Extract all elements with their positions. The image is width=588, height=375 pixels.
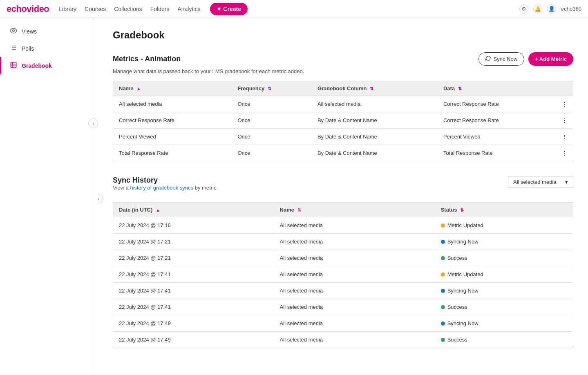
settings-icon[interactable]: ⚙ (519, 4, 528, 13)
sync-now-label: Sync Now (494, 56, 518, 62)
row-menu[interactable]: ⋮ (556, 129, 573, 145)
status-label: Success (447, 255, 467, 261)
status-label: Success (447, 304, 467, 310)
nav-collections[interactable]: Collections (114, 6, 142, 12)
sync-col-name[interactable]: Name ⇅ (274, 203, 435, 217)
sync-history-section: Sync History View a history of gradebook… (113, 176, 573, 348)
table-row: 22 July 2024 @ 17:49 All selected media … (113, 332, 573, 348)
status-dot (441, 256, 445, 260)
svg-point-0 (13, 30, 15, 32)
add-metric-button[interactable]: + Add Metric (528, 52, 573, 66)
metric-name: Total Response Rate (113, 145, 232, 161)
status-label: Metric Updated (447, 271, 483, 277)
metrics-col-name[interactable]: Name ▲ (113, 81, 232, 96)
table-row: 22 July 2024 @ 17:21 All selected media … (113, 234, 573, 250)
table-row: Correct Response Rate Once By Date & Con… (113, 112, 573, 129)
table-row: 22 July 2024 @ 17:41 All selected media … (113, 299, 573, 315)
status-dot (441, 338, 445, 342)
logo[interactable]: echovideo (7, 4, 49, 14)
sync-name: All selected media (274, 217, 435, 234)
filter-dropdown[interactable]: All selected media ▾ (508, 176, 573, 188)
row-menu[interactable]: ⋮ (556, 96, 573, 112)
top-navigation: echovideo Library Courses Collections Fo… (0, 0, 588, 18)
date-sort-icon: ▲ (156, 208, 160, 212)
metric-frequency: Once (232, 145, 311, 161)
sidebar-item-gradebook[interactable]: Gradebook (0, 57, 93, 74)
sync-desc-end: by metric. (193, 185, 218, 191)
metric-name: Percent Viewed (113, 129, 232, 145)
metric-gradebook-column: All selected media (312, 96, 438, 112)
table-row: 22 July 2024 @ 17:16 All selected media … (113, 217, 573, 234)
filter-dropdown-label: All selected media (513, 179, 557, 185)
metric-frequency: Once (232, 96, 311, 112)
sync-col-status[interactable]: Status ⇅ (435, 203, 573, 217)
metric-gradebook-column: By Date & Content Name (312, 112, 438, 129)
status-dot (441, 240, 445, 244)
sidebar: Views Polls Gradebook (0, 18, 93, 375)
sync-name: All selected media (274, 250, 435, 266)
name-sort-icon: ▲ (136, 86, 141, 91)
sidebar-item-polls[interactable]: Polls (0, 40, 93, 57)
sync-name: All selected media (274, 332, 435, 348)
sync-history-table: Date (in UTC) ▲ Name ⇅ Status ⇅ (113, 202, 573, 348)
row-menu[interactable]: ⋮ (556, 145, 573, 161)
sync-name: All selected media (274, 315, 435, 332)
gradebook-icon (9, 61, 18, 70)
table-row: Total Response Rate Once By Date & Conte… (113, 145, 573, 161)
nav-folders[interactable]: Folders (150, 6, 170, 12)
sync-desc-plain: View a (113, 185, 130, 191)
chevron-down-icon: ▾ (565, 179, 568, 185)
gradebook-col-sort-icon: ⇅ (370, 86, 373, 91)
status-dot (441, 305, 445, 309)
svg-rect-7 (11, 62, 16, 68)
sidebar-collapse-btn[interactable]: ‹ (98, 194, 103, 203)
sync-status: Success (435, 299, 573, 315)
sync-date: 22 July 2024 @ 17:49 (113, 315, 274, 332)
sync-desc-link[interactable]: history of gradebook syncs (130, 185, 193, 191)
sidebar-collapse-button[interactable]: ‹ (88, 118, 98, 128)
app-layout: Views Polls Gradebook ‹ ‹ Gradebook Metr… (0, 18, 588, 375)
sync-status: Metric Updated (435, 217, 573, 234)
sync-col-date[interactable]: Date (in UTC) ▲ (113, 203, 274, 217)
chevron-left-icon: ‹ (92, 121, 94, 126)
table-row: 22 July 2024 @ 17:41 All selected media … (113, 283, 573, 299)
sidebar-polls-label: Polls (22, 45, 34, 52)
sync-status: Syncing Now (435, 315, 573, 332)
sync-name-sort-icon: ⇅ (297, 208, 301, 212)
nav-analytics[interactable]: Analytics (177, 6, 200, 12)
nav-courses[interactable]: Courses (85, 6, 106, 12)
sync-status: Success (435, 250, 573, 266)
status-dot (441, 223, 445, 228)
polls-icon (9, 44, 18, 53)
nav-links: Library Courses Collections Folders Anal… (59, 6, 200, 12)
sidebar-item-views[interactable]: Views (0, 23, 93, 40)
metrics-col-gradebook-column[interactable]: Gradebook Column ⇅ (312, 81, 438, 96)
sync-date: 22 July 2024 @ 17:41 (113, 266, 274, 283)
table-row: 22 July 2024 @ 17:49 All selected media … (113, 315, 573, 332)
status-label: Metric Updated (447, 222, 483, 228)
metrics-section-header: Metrics - Animation Sync Now + Add Metri… (113, 52, 573, 66)
table-row: 22 July 2024 @ 17:21 All selected media … (113, 250, 573, 266)
sync-history-table-wrapper: Date (in UTC) ▲ Name ⇅ Status ⇅ (113, 202, 573, 348)
sync-name: All selected media (274, 299, 435, 315)
sync-status: Success (435, 332, 573, 348)
metrics-col-frequency[interactable]: Frequency ⇅ (232, 81, 311, 96)
sync-date: 22 July 2024 @ 17:21 (113, 234, 274, 250)
metric-frequency: Once (232, 129, 311, 145)
sync-date: 22 July 2024 @ 17:21 (113, 250, 274, 266)
row-menu[interactable]: ⋮ (556, 112, 573, 129)
nav-library[interactable]: Library (59, 6, 76, 12)
sync-name: All selected media (274, 234, 435, 250)
sync-now-button[interactable]: Sync Now (478, 52, 525, 66)
notifications-icon[interactable]: 🔔 (533, 4, 542, 13)
create-button[interactable]: ✦ Create (210, 3, 247, 15)
data-sort-icon: ⇅ (458, 86, 462, 91)
main-content: ‹ Gradebook Metrics - Animation Sync Now… (98, 18, 588, 375)
status-label: Syncing Now (447, 288, 478, 294)
metrics-col-data[interactable]: Data ⇅ (438, 81, 573, 96)
metric-data: Percent Viewed (438, 129, 556, 145)
user-icon[interactable]: 👤 (547, 4, 556, 13)
status-label: Syncing Now (447, 239, 478, 245)
sync-history-description: View a history of gradebook syncs by met… (113, 185, 218, 191)
views-icon (9, 27, 18, 36)
